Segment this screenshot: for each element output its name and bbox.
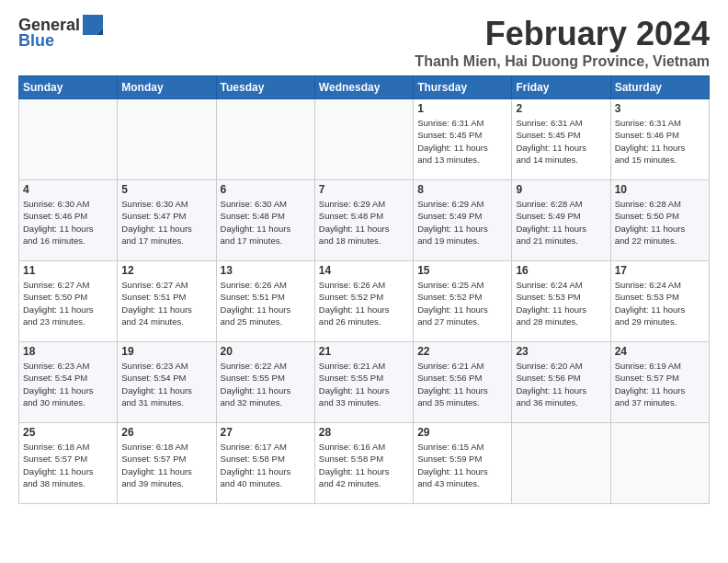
col-header-saturday: Saturday — [610, 76, 709, 99]
day-info: Sunrise: 6:22 AM Sunset: 5:55 PM Dayligh… — [221, 360, 311, 408]
day-info: Sunrise: 6:21 AM Sunset: 5:56 PM Dayligh… — [417, 360, 507, 408]
day-info: Sunrise: 6:25 AM Sunset: 5:52 PM Dayligh… — [417, 279, 507, 327]
calendar-cell — [610, 423, 709, 504]
day-number: 24 — [615, 345, 705, 358]
calendar-cell: 24Sunrise: 6:19 AM Sunset: 5:57 PM Dayli… — [610, 342, 709, 423]
calendar-cell — [19, 99, 118, 180]
calendar-cell — [314, 99, 413, 180]
day-info: Sunrise: 6:30 AM Sunset: 5:46 PM Dayligh… — [23, 198, 113, 247]
day-number: 25 — [23, 426, 113, 439]
calendar-cell: 5Sunrise: 6:30 AM Sunset: 5:47 PM Daylig… — [118, 180, 216, 261]
calendar-cell: 8Sunrise: 6:29 AM Sunset: 5:49 PM Daylig… — [414, 180, 512, 261]
day-info: Sunrise: 6:26 AM Sunset: 5:51 PM Dayligh… — [221, 279, 311, 327]
day-info: Sunrise: 6:16 AM Sunset: 5:58 PM Dayligh… — [319, 441, 409, 489]
calendar-week-2: 4Sunrise: 6:30 AM Sunset: 5:46 PM Daylig… — [19, 180, 710, 261]
day-info: Sunrise: 6:31 AM Sunset: 5:45 PM Dayligh… — [417, 117, 507, 166]
logo: General Blue — [18, 15, 103, 51]
col-header-thursday: Thursday — [414, 76, 512, 99]
col-header-friday: Friday — [512, 76, 610, 99]
day-number: 10 — [615, 183, 705, 196]
calendar-cell: 26Sunrise: 6:18 AM Sunset: 5:57 PM Dayli… — [118, 423, 216, 504]
location: Thanh Mien, Hai Duong Province, Vietnam — [415, 53, 710, 70]
calendar-cell: 17Sunrise: 6:24 AM Sunset: 5:53 PM Dayli… — [610, 261, 709, 342]
calendar-header-row: SundayMondayTuesdayWednesdayThursdayFrid… — [19, 76, 710, 99]
day-number: 22 — [417, 345, 507, 358]
day-number: 20 — [221, 345, 311, 358]
col-header-tuesday: Tuesday — [216, 76, 314, 99]
col-header-monday: Monday — [118, 76, 216, 99]
day-number: 15 — [417, 264, 507, 277]
day-info: Sunrise: 6:18 AM Sunset: 5:57 PM Dayligh… — [23, 441, 113, 489]
day-info: Sunrise: 6:17 AM Sunset: 5:58 PM Dayligh… — [221, 441, 311, 489]
calendar-cell — [118, 99, 216, 180]
day-number: 6 — [221, 183, 311, 196]
day-info: Sunrise: 6:27 AM Sunset: 5:50 PM Dayligh… — [23, 279, 113, 327]
calendar-cell: 20Sunrise: 6:22 AM Sunset: 5:55 PM Dayli… — [216, 342, 314, 423]
calendar-table: SundayMondayTuesdayWednesdayThursdayFrid… — [18, 75, 710, 504]
logo-text-blue: Blue — [18, 31, 54, 51]
day-info: Sunrise: 6:31 AM Sunset: 5:45 PM Dayligh… — [516, 117, 606, 166]
day-number: 29 — [417, 426, 507, 439]
day-info: Sunrise: 6:29 AM Sunset: 5:49 PM Dayligh… — [417, 198, 507, 247]
day-number: 12 — [121, 264, 211, 277]
day-number: 2 — [516, 102, 606, 115]
day-number: 13 — [221, 264, 311, 277]
calendar-cell: 11Sunrise: 6:27 AM Sunset: 5:50 PM Dayli… — [19, 261, 118, 342]
calendar-cell: 18Sunrise: 6:23 AM Sunset: 5:54 PM Dayli… — [19, 342, 118, 423]
calendar-cell: 27Sunrise: 6:17 AM Sunset: 5:58 PM Dayli… — [216, 423, 314, 504]
col-header-sunday: Sunday — [19, 76, 118, 99]
day-number: 26 — [121, 426, 211, 439]
col-header-wednesday: Wednesday — [314, 76, 413, 99]
day-info: Sunrise: 6:15 AM Sunset: 5:59 PM Dayligh… — [417, 441, 507, 489]
calendar-cell — [512, 423, 610, 504]
calendar-cell: 14Sunrise: 6:26 AM Sunset: 5:52 PM Dayli… — [314, 261, 413, 342]
day-info: Sunrise: 6:28 AM Sunset: 5:50 PM Dayligh… — [615, 198, 705, 247]
calendar-cell: 15Sunrise: 6:25 AM Sunset: 5:52 PM Dayli… — [414, 261, 512, 342]
day-number: 17 — [615, 264, 705, 277]
calendar-cell: 2Sunrise: 6:31 AM Sunset: 5:45 PM Daylig… — [512, 99, 610, 180]
month-title: February 2024 — [415, 15, 710, 53]
calendar-cell: 12Sunrise: 6:27 AM Sunset: 5:51 PM Dayli… — [118, 261, 216, 342]
calendar-cell: 3Sunrise: 6:31 AM Sunset: 5:46 PM Daylig… — [610, 99, 709, 180]
day-number: 27 — [221, 426, 311, 439]
day-number: 1 — [417, 102, 507, 115]
calendar-cell: 1Sunrise: 6:31 AM Sunset: 5:45 PM Daylig… — [414, 99, 512, 180]
calendar-cell: 7Sunrise: 6:29 AM Sunset: 5:48 PM Daylig… — [314, 180, 413, 261]
day-info: Sunrise: 6:24 AM Sunset: 5:53 PM Dayligh… — [615, 279, 705, 327]
day-number: 8 — [417, 183, 507, 196]
day-number: 14 — [319, 264, 409, 277]
day-info: Sunrise: 6:30 AM Sunset: 5:48 PM Dayligh… — [221, 198, 311, 247]
day-number: 18 — [23, 345, 113, 358]
day-number: 11 — [23, 264, 113, 277]
day-info: Sunrise: 6:21 AM Sunset: 5:55 PM Dayligh… — [319, 360, 409, 408]
day-info: Sunrise: 6:23 AM Sunset: 5:54 PM Dayligh… — [23, 360, 113, 408]
calendar-cell: 22Sunrise: 6:21 AM Sunset: 5:56 PM Dayli… — [414, 342, 512, 423]
day-number: 23 — [516, 345, 606, 358]
calendar-cell: 16Sunrise: 6:24 AM Sunset: 5:53 PM Dayli… — [512, 261, 610, 342]
day-info: Sunrise: 6:19 AM Sunset: 5:57 PM Dayligh… — [615, 360, 705, 408]
calendar-week-1: 1Sunrise: 6:31 AM Sunset: 5:45 PM Daylig… — [19, 99, 710, 180]
calendar-cell: 25Sunrise: 6:18 AM Sunset: 5:57 PM Dayli… — [19, 423, 118, 504]
day-number: 9 — [516, 183, 606, 196]
day-info: Sunrise: 6:23 AM Sunset: 5:54 PM Dayligh… — [121, 360, 211, 408]
calendar-body: 1Sunrise: 6:31 AM Sunset: 5:45 PM Daylig… — [19, 99, 710, 504]
calendar-cell: 6Sunrise: 6:30 AM Sunset: 5:48 PM Daylig… — [216, 180, 314, 261]
calendar-cell: 10Sunrise: 6:28 AM Sunset: 5:50 PM Dayli… — [610, 180, 709, 261]
day-info: Sunrise: 6:30 AM Sunset: 5:47 PM Dayligh… — [121, 198, 211, 247]
calendar-week-4: 18Sunrise: 6:23 AM Sunset: 5:54 PM Dayli… — [19, 342, 710, 423]
calendar-week-3: 11Sunrise: 6:27 AM Sunset: 5:50 PM Dayli… — [19, 261, 710, 342]
day-number: 7 — [319, 183, 409, 196]
day-number: 4 — [23, 183, 113, 196]
day-number: 21 — [319, 345, 409, 358]
day-number: 3 — [615, 102, 705, 115]
calendar-cell: 9Sunrise: 6:28 AM Sunset: 5:49 PM Daylig… — [512, 180, 610, 261]
day-info: Sunrise: 6:20 AM Sunset: 5:56 PM Dayligh… — [516, 360, 606, 408]
day-info: Sunrise: 6:18 AM Sunset: 5:57 PM Dayligh… — [121, 441, 211, 489]
logo-icon — [83, 15, 103, 35]
calendar-cell: 13Sunrise: 6:26 AM Sunset: 5:51 PM Dayli… — [216, 261, 314, 342]
calendar-cell: 19Sunrise: 6:23 AM Sunset: 5:54 PM Dayli… — [118, 342, 216, 423]
day-info: Sunrise: 6:24 AM Sunset: 5:53 PM Dayligh… — [516, 279, 606, 327]
day-info: Sunrise: 6:26 AM Sunset: 5:52 PM Dayligh… — [319, 279, 409, 327]
day-number: 19 — [121, 345, 211, 358]
calendar-cell: 29Sunrise: 6:15 AM Sunset: 5:59 PM Dayli… — [414, 423, 512, 504]
